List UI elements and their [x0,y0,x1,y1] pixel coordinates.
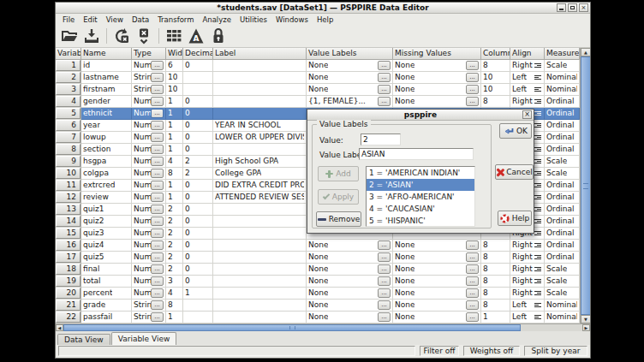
cell-decimals[interactable]: 0 [183,96,213,108]
missing-values-edit-button[interactable]: ... [466,276,479,286]
cell-width[interactable]: 1 [166,108,183,120]
cell-align[interactable]: Right [510,96,545,108]
row-number-button[interactable]: 19 [56,276,80,287]
cell-type[interactable]: Numeric... [132,156,166,168]
cell-decimals[interactable] [183,72,213,84]
cell-align[interactable]: Right [510,60,545,72]
type-edit-button[interactable]: ... [151,157,164,166]
row-number-button[interactable]: 6 [56,120,80,131]
cancel-button[interactable]: Cancel [495,164,534,180]
cell-label[interactable]: YEAR IN SCHOOL [213,120,307,132]
cell-align[interactable]: Right [510,240,545,252]
cell-measure[interactable]: Nominal [545,312,580,323]
value-labels-edit-button[interactable]: ... [378,85,391,94]
missing-values-edit-button[interactable]: ... [466,240,479,250]
cell-missing-values[interactable]: None... [393,240,481,252]
row-number-button[interactable]: 18 [56,264,80,275]
row-number-button[interactable]: 3 [56,84,80,95]
cell-missing-values[interactable]: None... [393,264,481,276]
row-number-button[interactable]: 15 [56,228,80,239]
cell-width[interactable]: 2 [166,264,183,276]
cell-missing-values[interactable]: None... [393,72,481,84]
cell-label[interactable] [213,228,307,240]
cell-width[interactable]: 1 [166,120,183,132]
cell-width[interactable]: 2 [166,252,183,264]
cell-columns[interactable]: 8 [481,96,510,108]
missing-values-edit-button[interactable]: ... [466,312,479,322]
remove-button[interactable]: Remove [316,211,361,227]
cell-measure[interactable]: Nominal [545,84,580,96]
variables-grid-icon[interactable] [163,26,185,46]
cell-label[interactable]: High School GPA [213,156,307,168]
cell-type[interactable]: Numeric... [132,264,166,276]
cell-missing-values[interactable]: None... [393,288,481,300]
window-titlebar[interactable]: *students.sav [DataSet1] — PSPPIRE Data … [56,3,590,14]
help-button[interactable]: Help [498,211,532,226]
cell-align[interactable]: Right [510,276,545,288]
type-edit-button[interactable]: ... [151,276,164,286]
row-number-button[interactable]: 11 [56,180,80,191]
vertical-scrollbar[interactable]: ▲ ▼ [580,48,590,323]
cell-decimals[interactable]: 0 [183,60,213,72]
cell-label[interactable]: LOWER OR UPPER DIVIS [213,132,307,144]
missing-values-edit-button[interactable]: ... [466,97,479,106]
save-icon[interactable] [80,26,103,46]
cell-width[interactable]: 1 [166,132,183,144]
cell-name[interactable]: quiz5 [81,252,132,264]
value-labels-edit-button[interactable]: ... [378,312,391,322]
cell-label[interactable] [213,216,307,228]
minimize-icon[interactable] [557,3,566,12]
row-number-button[interactable]: 20 [56,288,80,299]
value-labels-edit-button[interactable]: ... [378,276,391,286]
ok-button[interactable]: OK [499,123,532,139]
cell-measure[interactable]: Scale [545,168,580,180]
cell-name[interactable]: firstnam [81,84,132,96]
cell-decimals[interactable]: 1 [183,288,213,300]
cell-name[interactable]: percent [81,288,132,300]
goto-variable-icon[interactable] [133,26,155,46]
cell-label[interactable] [213,108,307,120]
cell-decimals[interactable]: 0 [183,132,213,144]
cell-type[interactable]: Numeric... [132,60,166,72]
cell-type[interactable]: Numeric... [132,96,166,108]
value-labels-edit-button[interactable]: ... [378,300,391,310]
cell-decimals[interactable] [183,84,213,96]
value-labels-edit-button[interactable]: ... [378,264,391,274]
value-label-item[interactable]: 4 = 'CAUCASIAN' [367,203,474,215]
cell-measure[interactable]: Ordinal [545,180,580,192]
cell-measure[interactable]: Ordinal [545,132,580,144]
cell-missing-values[interactable]: None... [393,276,481,288]
menu-item-view[interactable]: View [103,15,127,25]
cell-name[interactable]: total [81,276,132,288]
scroll-up-icon[interactable]: ▲ [581,48,590,56]
cell-value-labels[interactable]: None... [307,276,393,288]
cell-align[interactable]: Right [510,252,545,264]
cell-label[interactable] [213,288,307,300]
scroll-down-icon[interactable]: ▼ [581,315,590,323]
cell-type[interactable]: Numeric... [132,228,166,240]
cell-label[interactable] [213,96,307,108]
value-label-input[interactable] [359,148,474,160]
cell-label[interactable] [213,240,307,252]
cell-type[interactable]: Numeric... [132,216,166,228]
cell-width[interactable]: 1 [166,192,183,204]
cell-type[interactable]: Numeric... [132,168,166,180]
cell-value-labels[interactable]: None... [307,252,393,264]
cell-value-labels[interactable]: None... [307,240,393,252]
cell-columns[interactable]: 8 [481,276,510,288]
cell-measure[interactable]: Scale [545,288,580,300]
cell-missing-values[interactable]: None... [393,60,481,72]
type-edit-button[interactable]: ... [151,240,164,250]
cell-name[interactable]: id [81,60,132,72]
cell-type[interactable]: Numeric... [132,132,166,144]
cell-width[interactable]: 10 [166,72,183,84]
scroll-right-icon[interactable]: ▶ [582,324,590,331]
row-number-button[interactable]: 7 [56,132,80,143]
type-edit-button[interactable]: ... [151,300,164,310]
menu-item-edit[interactable]: Edit [80,15,100,25]
menu-item-windows[interactable]: Windows [272,15,312,25]
cell-name[interactable]: extrcred [81,180,132,192]
cell-measure[interactable]: Nominal [545,300,580,312]
add-button[interactable]: Add [318,166,359,181]
cell-measure[interactable]: Ordinal [545,96,580,108]
